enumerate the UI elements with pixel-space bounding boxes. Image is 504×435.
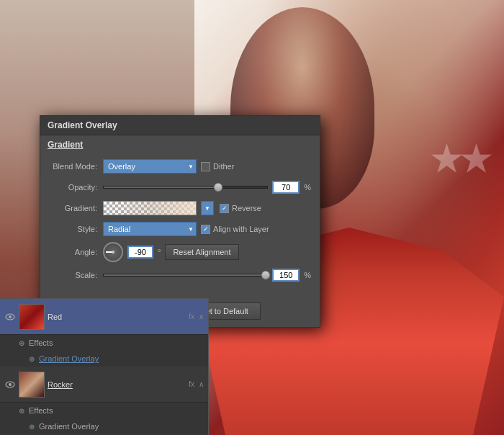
svg-point-1 [9,315,12,318]
opacity-slider-container[interactable] [103,182,268,192]
layer-subrows-red: ⊕ Effects ⊕ Gradient Overlay [0,335,208,367]
gradient-overlay-dialog: Gradient Overlay Gradient Blend Mode: Ov… [40,115,320,328]
layer-expand-red[interactable]: ∧ [199,313,204,320]
opacity-input[interactable] [272,181,300,194]
layer-row-rocker[interactable]: Rocker fx ∧ [0,367,208,403]
fx-sub-icon-red: ⊕ [29,355,35,363]
gradient-controls: ▼ Reverse [103,201,311,215]
scale-input[interactable] [272,269,300,282]
eye-icon-rocker [5,381,15,388]
style-label: Style: [49,225,103,233]
dither-checkbox-area[interactable]: Dither [201,162,234,171]
align-label: Align with Layer [213,225,269,233]
dialog-body: Blend Mode: Overlay Normal Multiply ▼ Di… [40,153,320,297]
layer-effect-rocker[interactable]: ⊕ Gradient Overlay [14,418,208,434]
gradient-row: Gradient: ▼ Reverse [49,200,311,216]
angle-input[interactable] [127,246,153,259]
layer-expand-rocker[interactable]: ∧ [199,380,204,388]
opacity-controls: % [103,181,311,194]
layer-thumb-rocker [19,372,45,398]
fx-icon-red: ⊕ [19,339,24,347]
gradient-preview-inner [104,202,196,215]
reverse-label: Reverse [232,204,261,212]
opacity-label: Opacity: [49,183,103,192]
opacity-slider-track [103,186,268,189]
layer-row-red[interactable]: Red fx ∧ [0,299,208,335]
opacity-slider-fill [104,187,218,188]
dither-label: Dither [213,162,234,171]
svg-point-3 [9,383,12,386]
eye-icon [5,313,15,320]
angle-dial[interactable] [103,242,123,262]
layer-effects-label-rocker: ⊕ Effects [14,403,208,418]
angle-unit: ° [158,248,161,256]
scale-slider-thumb[interactable] [261,271,270,279]
dialog-titlebar: Gradient Overlay [40,116,320,135]
scale-slider-track [103,274,268,277]
opacity-unit: % [304,183,311,192]
angle-row: Angle: ° Reset Alignment [49,242,311,262]
dialog-title: Gradient Overlay [48,120,117,130]
opacity-row: Opacity: % [49,179,311,195]
scale-controls: % [103,269,311,282]
layer-effect-red[interactable]: ⊕ Gradient Overlay [14,351,208,367]
gradient-label: Gradient: [49,204,103,212]
angle-label: Angle: [49,248,103,256]
blend-mode-select[interactable]: Overlay Normal Multiply [103,159,197,174]
blend-mode-row: Blend Mode: Overlay Normal Multiply ▼ Di… [49,158,311,174]
layer-subrows-rocker: ⊕ Effects ⊕ Gradient Overlay [0,403,208,434]
reset-alignment-button[interactable]: Reset Alignment [165,244,238,260]
effects-label-red: Effects [29,338,53,347]
blend-mode-select-wrapper[interactable]: Overlay Normal Multiply ▼ [103,159,197,174]
layers-panel: Red fx ∧ ⊕ Effects ⊕ Gradient Overlay Ro… [0,298,209,435]
blend-mode-label: Blend Mode: [49,162,103,171]
layer-info-rocker: Rocker [48,380,186,389]
scale-slider-fill [104,274,266,276]
scale-slider-container[interactable] [103,270,268,280]
layer-visibility-red[interactable] [4,311,16,323]
gradient-dropdown-icon: ▼ [204,205,210,212]
fx-sub-icon-rocker: ⊕ [29,423,35,431]
layer-thumb-red [19,304,45,330]
gradient-preview[interactable] [103,201,197,215]
dither-checkbox[interactable] [201,162,210,171]
layer-fx-rocker: fx [189,380,194,388]
align-checkbox[interactable] [201,225,210,234]
layer-fx-red: fx [189,313,194,320]
scale-row: Scale: % [49,267,311,283]
style-row: Style: Radial Linear Angle Reflected Dia… [49,221,311,237]
scale-unit: % [304,271,311,279]
artwork-text: ★★ [431,144,490,175]
opacity-slider-thumb[interactable] [214,183,222,192]
effect-name-red[interactable]: Gradient Overlay [39,354,99,363]
style-select[interactable]: Radial Linear Angle Reflected Diamond [103,222,197,236]
scale-label: Scale: [49,271,103,279]
effects-label-rocker: Effects [29,406,53,415]
layer-info-red: Red [48,313,186,321]
layer-name-rocker: Rocker [48,380,186,389]
gradient-dropdown-btn[interactable]: ▼ [201,201,214,215]
blend-mode-controls: Overlay Normal Multiply ▼ Dither [103,159,311,174]
align-checkbox-area[interactable]: Align with Layer [201,225,269,234]
style-select-wrapper[interactable]: Radial Linear Angle Reflected Diamond ▼ [103,222,197,236]
gradient-arrow-wrapper[interactable]: ▼ [201,201,215,215]
reverse-checkbox[interactable] [220,204,229,213]
dialog-section-title: Gradient [40,135,320,153]
layer-visibility-rocker[interactable] [4,379,16,390]
angle-dot [112,251,114,254]
layer-name-red: Red [48,313,186,321]
reverse-checkbox-area[interactable]: Reverse [220,204,261,213]
layer-effects-label-red: ⊕ Effects [14,335,208,351]
fx-icon-rocker: ⊕ [19,407,24,415]
effect-name-rocker[interactable]: Gradient Overlay [39,422,99,431]
angle-controls: ° Reset Alignment [103,242,311,262]
style-controls: Radial Linear Angle Reflected Diamond ▼ … [103,222,311,236]
